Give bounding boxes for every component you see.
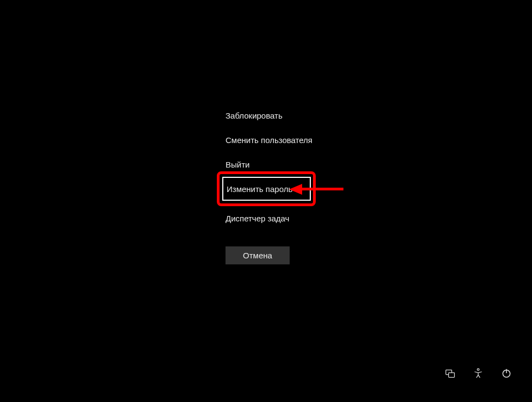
change-password-option[interactable]: Изменить пароль [222,177,311,201]
sign-out-option[interactable]: Выйти [226,160,312,169]
svg-rect-1 [449,373,455,377]
switch-user-option[interactable]: Сменить пользователя [226,135,312,145]
accessibility-icon[interactable] [472,367,484,379]
svg-point-2 [477,369,479,371]
cancel-button[interactable]: Отмена [226,246,290,264]
lock-option[interactable]: Заблокировать [226,111,312,120]
security-options-menu: Заблокировать Сменить пользователя Выйти [226,111,312,174]
change-password-label: Изменить пароль [227,184,292,194]
power-icon[interactable] [500,367,512,379]
network-icon[interactable] [444,367,456,379]
bottom-toolbar [444,367,512,379]
task-manager-option[interactable]: Диспетчер задач [226,214,289,223]
